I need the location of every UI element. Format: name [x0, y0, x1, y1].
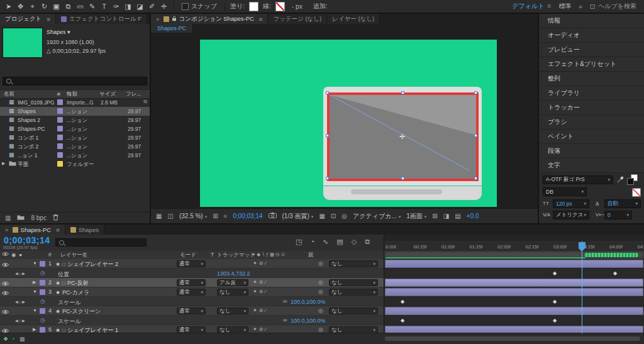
layer-switches[interactable]: ✦⊘⁄ [253, 289, 268, 294]
column-parent[interactable]: 親 [308, 252, 314, 259]
panel-menu-icon[interactable]: ≡ [259, 16, 263, 23]
layer-expand-triangle[interactable]: ▼ [33, 289, 37, 294]
label-color-chip[interactable] [57, 143, 63, 149]
keyframe-diamond[interactable]: ◆ [553, 270, 557, 276]
track-matte-dropdown[interactable]: アル反▾ [217, 279, 248, 286]
project-row[interactable]: ▩ Shapes 2 ...ション 29.97 [0, 116, 150, 125]
panel-header-3[interactable]: エフェクト&プリセット [539, 57, 644, 72]
eraser-tool-icon[interactable]: ◪ [134, 1, 146, 12]
exposure-value[interactable]: +0.0 [467, 213, 479, 219]
comp-current-time[interactable]: 0;00;03;14 [233, 213, 262, 219]
project-row[interactable]: ▦ IMG_0109.JPG Importe...G 2.8 MB ⧉ [0, 98, 150, 107]
grid-guides-icon[interactable]: ⊞ [213, 213, 218, 219]
workspace-tab-standard[interactable]: 標準 [558, 2, 571, 11]
layer-visibility-eye-icon[interactable] [2, 290, 9, 297]
timeline-layer-row[interactable]: ▼ 4 ★PC-スクリーン 通常▾ なし▾ ✦⊘⁄ ◎ なし▾ [0, 306, 644, 316]
layer-name[interactable]: ★□シェイプレイヤー 2 [55, 260, 118, 269]
rotation-tool-icon[interactable]: ↻ [38, 1, 50, 12]
pixel-aspect-icon[interactable]: ⊞ [432, 213, 437, 219]
layer-label-chip[interactable] [40, 261, 45, 267]
layer-expand-triangle[interactable]: ▶ [33, 280, 36, 285]
snap-checkbox[interactable] [182, 3, 189, 10]
selection-handle[interactable] [474, 134, 477, 137]
column-mode[interactable]: モード [180, 252, 196, 259]
constrain-proportions-icon[interactable]: ∞ [283, 317, 287, 323]
trash-icon[interactable] [53, 214, 58, 222]
pen-tool-icon[interactable]: ✎ [86, 1, 98, 12]
timeline-graph-icon[interactable]: ▤ [455, 213, 460, 219]
keyframe-diamond[interactable]: ◆ [401, 318, 404, 323]
tab-footage[interactable]: フッテージ (なし) [268, 14, 327, 24]
timeline-tab-shapes-pc[interactable]: × Shapes-PC ≡ [0, 225, 65, 235]
column-type[interactable]: 種類 [67, 91, 77, 98]
timeline-property-row[interactable]: ◀◇▶ ◷ 位置 1303.4,732.2 ◆◆ [0, 269, 644, 278]
snap-toggle[interactable]: スナップ [182, 2, 217, 11]
label-color-chip[interactable] [57, 117, 63, 123]
property-value[interactable]: 100.0,100.0% [291, 318, 326, 324]
property-value[interactable]: 1303.4,732.2 [217, 270, 250, 277]
tracking-dropdown[interactable]: 0▾ [604, 211, 632, 219]
tab-project[interactable]: プロジェクト ≡ [0, 14, 56, 24]
shape-tool-icon[interactable]: ▭ [74, 1, 86, 12]
timeline-search-input[interactable] [55, 238, 147, 247]
blend-mode-dropdown[interactable]: 通常▾ [177, 260, 206, 267]
selection-handle[interactable] [474, 91, 477, 94]
layer-visibility-eye-icon[interactable] [2, 262, 9, 269]
parent-pick-whip-icon[interactable]: ◎ [318, 308, 323, 314]
label-color-chip[interactable] [57, 161, 63, 167]
resolution-dropdown[interactable]: (1/3 画質)▾ [282, 212, 314, 221]
stopwatch-icon[interactable]: ◷ [40, 317, 45, 323]
camera-tool-icon[interactable]: ▣ [50, 1, 62, 12]
layer-visibility-eye-icon[interactable] [2, 280, 9, 287]
panel-header-4[interactable]: 整列 [539, 72, 644, 86]
layer-name[interactable]: ★PC-カメラ [55, 289, 89, 297]
label-color-chip[interactable] [57, 152, 63, 158]
parent-pick-whip-icon[interactable]: ◎ [318, 289, 323, 295]
timeline-layer-row[interactable]: ▶ 2 ★□PC-反射 通常▾ アル反▾ ✦⊘⁄ ◎ なし▾ [0, 278, 644, 287]
composition-viewer[interactable]: ✛ [151, 33, 538, 208]
close-tab-icon[interactable]: × [156, 16, 160, 23]
blend-mode-dropdown[interactable]: 通常▾ [177, 289, 206, 296]
parent-dropdown[interactable]: なし▾ [329, 260, 378, 267]
fill-color-swatch[interactable] [249, 2, 258, 11]
always-preview-icon[interactable]: ▦ [156, 213, 162, 219]
project-row[interactable]: ▩ ...ョン 1 ...ション 29.97 [0, 151, 150, 160]
time-ruler[interactable]: 0:00f00:15f01:00f01:15f02:00f02:15f03:00… [384, 241, 644, 251]
column-track-matte[interactable]: トラックマット [217, 252, 255, 259]
current-time-display[interactable]: 0;00;03;14 [4, 235, 50, 245]
property-name[interactable]: スケール [58, 299, 81, 307]
mask-visibility-icon[interactable]: ⌗ [224, 213, 228, 220]
label-color-chip[interactable] [57, 99, 63, 105]
layer-expand-triangle[interactable]: ▶ [33, 327, 36, 332]
camera-view-dropdown[interactable]: アクティブカ...▾ [353, 212, 401, 221]
timeline-tab-shapes[interactable]: Shapes [65, 225, 104, 235]
panel-header-0[interactable]: 情報 [539, 14, 644, 28]
color-depth-label[interactable]: 8 bpc [31, 214, 46, 221]
snapshot-camera-icon[interactable] [269, 213, 277, 219]
panel-menu-icon[interactable]: ≡ [56, 226, 60, 233]
project-row[interactable]: ▩ コンポ 1 ...ション 29.97 [0, 133, 150, 142]
pan-behind-tool-icon[interactable]: ⧉ [62, 1, 74, 12]
layer-duration-bar[interactable] [385, 260, 643, 268]
layer-expand-triangle[interactable]: ▼ [33, 308, 37, 313]
keyframe-diamond[interactable]: ◆ [401, 299, 404, 304]
stopwatch-icon[interactable]: ◷ [40, 270, 45, 276]
panel-header-5[interactable]: ライブラリ [539, 86, 644, 101]
type-tool-icon[interactable]: T [98, 1, 110, 12]
layer-expand-triangle[interactable]: ▼ [33, 261, 37, 265]
zoom-dropdown[interactable]: (32.5 %)▾ [179, 213, 207, 219]
blend-mode-dropdown[interactable]: 通常▾ [177, 308, 206, 314]
help-search-input[interactable]: ⊡ ヘルプを検索 [590, 2, 636, 11]
panel-header-8[interactable]: ペイント [539, 130, 644, 144]
tab-effect-controls[interactable]: エフェクトコントロール F [56, 14, 147, 24]
fill-color-box[interactable] [627, 178, 634, 185]
project-row[interactable]: ▩ コンポ 2 ...ション 29.97 [0, 142, 150, 151]
selection-handle[interactable] [474, 177, 477, 180]
layer-switches[interactable]: ✦⊘⁄ [253, 260, 268, 266]
selected-item-name[interactable]: Shapes ▾ [47, 29, 70, 35]
roi-icon[interactable]: ▦ [319, 213, 325, 219]
timeline-property-row[interactable]: ◀◇▶ ◷ スケール ∞ 100.0,100.0% ◆◆ [0, 316, 644, 325]
keyframe-diamond[interactable]: ◆ [553, 299, 557, 304]
label-color-chip[interactable] [57, 135, 63, 140]
parent-dropdown[interactable]: なし▾ [329, 279, 378, 286]
